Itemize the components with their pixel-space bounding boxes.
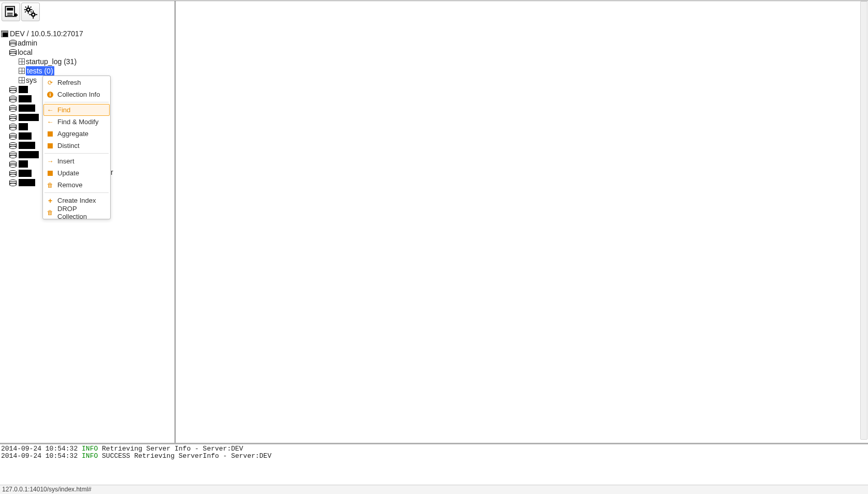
settings-button[interactable] bbox=[21, 3, 40, 21]
tree-label: startup_log (31) bbox=[26, 57, 77, 66]
context-menu-separator bbox=[44, 102, 109, 102]
context-menu-label: Aggregate bbox=[57, 130, 88, 138]
redacted-label bbox=[19, 114, 39, 121]
database-icon bbox=[9, 142, 17, 149]
context-menu-label: Insert bbox=[57, 157, 74, 165]
log-level: INFO bbox=[82, 453, 98, 460]
context-menu-drop-collection[interactable]: 🗑DROP Collection bbox=[43, 206, 110, 218]
sidebar: DEV / 10.0.5.10:27017adminlocalstartup_l… bbox=[0, 1, 176, 443]
refresh-icon: ⟳ bbox=[47, 80, 53, 86]
vertical-scrollbar[interactable] bbox=[860, 1, 867, 440]
svg-rect-19 bbox=[33, 17, 34, 19]
status-bar: 127.0.0.1:14010/sys/index.html# bbox=[0, 485, 868, 494]
trash-icon: 🗑 bbox=[47, 209, 53, 216]
trash-icon: 🗑 bbox=[47, 182, 53, 188]
log-message: Retrieving Server Info - Server:DEV bbox=[98, 445, 243, 453]
log-line: 2014-09-24 10:54:32 INFO Retrieving Serv… bbox=[1, 445, 867, 453]
context-menu-distinct[interactable]: Distinct bbox=[43, 140, 110, 152]
context-menu-find-modify[interactable]: ←Find & Modify bbox=[43, 116, 110, 128]
context-menu-find[interactable]: ←Find bbox=[43, 104, 110, 116]
context-menu-label: Update bbox=[57, 169, 79, 177]
info-icon: i bbox=[47, 92, 53, 98]
svg-rect-20 bbox=[29, 14, 31, 15]
tree-label: sys bbox=[26, 76, 37, 85]
database-icon bbox=[9, 170, 17, 177]
log-timestamp: 2014-09-24 10:54:32 bbox=[1, 445, 82, 453]
context-menu-refresh[interactable]: ⟳Refresh bbox=[43, 77, 110, 88]
svg-rect-18 bbox=[33, 10, 34, 12]
svg-rect-15 bbox=[25, 11, 26, 12]
database-icon bbox=[9, 40, 17, 47]
status-text: 127.0.0.1:14010/sys/index.html# bbox=[2, 486, 92, 493]
tree-label: tests (0) bbox=[26, 66, 54, 76]
svg-rect-12 bbox=[25, 6, 26, 8]
tree-database-node[interactable]: admin bbox=[0, 38, 174, 48]
database-icon bbox=[9, 179, 17, 186]
context-menu-label: Create Index bbox=[57, 197, 96, 204]
svg-rect-10 bbox=[24, 9, 26, 10]
context-menu-label: Remove bbox=[57, 181, 82, 189]
add-server-button[interactable] bbox=[2, 3, 20, 21]
square-icon bbox=[47, 170, 53, 176]
plus-icon: + bbox=[47, 198, 53, 204]
redacted-label bbox=[19, 160, 28, 168]
collection-icon bbox=[19, 68, 25, 74]
svg-rect-3 bbox=[7, 14, 13, 16]
context-menu-label: Find bbox=[57, 106, 70, 114]
tree-label: local bbox=[18, 48, 33, 57]
square-icon bbox=[47, 131, 53, 137]
disk-plus-icon bbox=[4, 5, 18, 19]
svg-rect-21 bbox=[36, 14, 38, 15]
database-icon bbox=[9, 49, 17, 56]
tree-database-node[interactable]: local bbox=[0, 48, 174, 57]
tree-collection-node[interactable]: tests (0) bbox=[0, 66, 174, 76]
tree-label: admin bbox=[18, 38, 37, 48]
arrow-left-icon: ← bbox=[47, 119, 53, 125]
context-menu-label: Collection Info bbox=[57, 91, 100, 98]
database-icon bbox=[9, 161, 17, 168]
context-menu-aggregate[interactable]: Aggregate bbox=[43, 128, 110, 140]
redacted-label bbox=[19, 170, 32, 177]
context-menu-label: Find & Modify bbox=[57, 118, 98, 126]
database-icon bbox=[9, 152, 17, 158]
context-menu-label: Refresh bbox=[57, 79, 81, 86]
log-level: INFO bbox=[82, 445, 98, 453]
svg-rect-9 bbox=[28, 12, 29, 14]
database-icon bbox=[9, 114, 17, 121]
svg-rect-8 bbox=[28, 6, 29, 8]
context-menu: ⟳RefreshiCollection Info←Find←Find & Mod… bbox=[42, 76, 111, 219]
svg-rect-2 bbox=[7, 13, 13, 14]
redacted-label bbox=[19, 123, 28, 130]
context-menu-label: DROP Collection bbox=[57, 205, 106, 220]
redacted-label bbox=[19, 179, 35, 186]
svg-rect-13 bbox=[31, 11, 32, 12]
context-menu-insert[interactable]: →Insert bbox=[43, 155, 110, 167]
database-icon bbox=[9, 96, 17, 102]
log-timestamp: 2014-09-24 10:54:32 bbox=[1, 453, 82, 460]
database-icon bbox=[9, 124, 17, 130]
toolbar bbox=[0, 1, 174, 23]
database-icon bbox=[9, 133, 17, 140]
log-message: SUCCESS Retrieving ServerInfo - Server:D… bbox=[98, 453, 271, 460]
log-panel: 2014-09-24 10:54:32 INFO Retrieving Serv… bbox=[0, 443, 868, 484]
context-menu-label: Distinct bbox=[57, 142, 80, 149]
redacted-label bbox=[19, 132, 32, 140]
svg-rect-11 bbox=[31, 9, 33, 10]
log-line: 2014-09-24 10:54:32 INFO SUCCESS Retriev… bbox=[1, 453, 867, 460]
context-menu-collection-info[interactable]: iCollection Info bbox=[43, 88, 110, 100]
tree-label: DEV / 10.0.5.10:27017 bbox=[10, 29, 83, 38]
database-icon bbox=[9, 86, 17, 93]
context-menu-update[interactable]: Update bbox=[43, 167, 110, 179]
tree-collection-node[interactable]: startup_log (31) bbox=[0, 57, 174, 66]
svg-rect-1 bbox=[7, 8, 13, 10]
collection-icon bbox=[19, 77, 25, 83]
context-menu-remove[interactable]: 🗑Remove bbox=[43, 179, 110, 191]
collection-icon bbox=[19, 58, 25, 65]
svg-point-17 bbox=[33, 14, 35, 16]
svg-point-7 bbox=[27, 9, 29, 11]
arrow-left-icon: ← bbox=[47, 107, 53, 113]
redacted-label bbox=[19, 86, 28, 93]
square-icon bbox=[47, 143, 53, 149]
redacted-label bbox=[19, 142, 35, 149]
tree-server-node[interactable]: DEV / 10.0.5.10:27017 bbox=[0, 29, 174, 38]
